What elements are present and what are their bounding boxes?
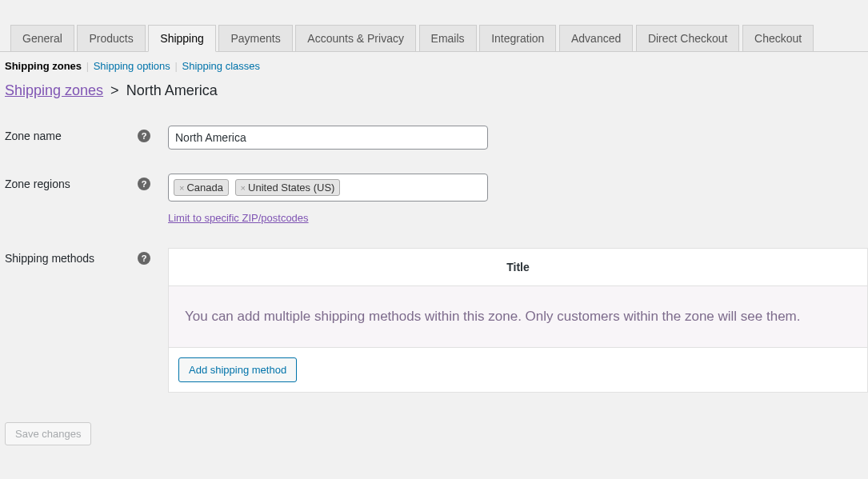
zone-name-label: Zone name — [5, 130, 62, 142]
region-tag-us: ×United States (US) — [235, 179, 341, 196]
region-tag-canada: ×Canada — [174, 179, 229, 196]
help-icon[interactable]: ? — [138, 178, 150, 190]
breadcrumb-current: North America — [126, 82, 218, 98]
tab-general[interactable]: General — [10, 25, 74, 51]
tab-accounts-privacy[interactable]: Accounts & Privacy — [295, 25, 416, 51]
tab-integration[interactable]: Integration — [479, 25, 556, 51]
subtab-shipping-options[interactable]: Shipping options — [94, 60, 170, 72]
zone-regions-select[interactable]: ×Canada ×United States (US) — [168, 174, 488, 202]
breadcrumb-root-link[interactable]: Shipping zones — [5, 82, 103, 98]
remove-region-icon[interactable]: × — [179, 183, 184, 193]
save-changes-button[interactable]: Save changes — [5, 422, 91, 445]
subtab-shipping-zones[interactable]: Shipping zones — [5, 60, 82, 72]
zone-regions-label: Zone regions — [5, 178, 70, 190]
tab-payments[interactable]: Payments — [218, 25, 292, 51]
help-icon[interactable]: ? — [138, 130, 150, 142]
help-icon[interactable]: ? — [138, 252, 150, 265]
tab-products[interactable]: Products — [77, 25, 145, 51]
tab-checkout[interactable]: Checkout — [742, 25, 814, 51]
settings-tabs: General Products Shipping Payments Accou… — [0, 0, 868, 52]
shipping-methods-label: Shipping methods — [5, 252, 94, 265]
tab-advanced[interactable]: Advanced — [559, 25, 633, 51]
subtab-shipping-classes[interactable]: Shipping classes — [182, 60, 260, 72]
remove-region-icon[interactable]: × — [241, 183, 246, 193]
tab-direct-checkout[interactable]: Direct Checkout — [636, 25, 740, 51]
tab-emails[interactable]: Emails — [419, 25, 477, 51]
limit-postcodes-link[interactable]: Limit to specific ZIP/postcodes — [168, 212, 860, 224]
shipping-methods-table: Title You can add multiple shipping meth… — [168, 248, 868, 393]
methods-placeholder-text: You can add multiple shipping methods wi… — [169, 286, 868, 348]
sub-navigation: Shipping zones | Shipping options | Ship… — [0, 52, 868, 72]
zone-name-input[interactable] — [168, 126, 488, 150]
breadcrumb: Shipping zones > North America — [0, 72, 868, 99]
tab-shipping[interactable]: Shipping — [148, 25, 216, 52]
add-shipping-method-button[interactable]: Add shipping method — [178, 357, 297, 382]
zone-settings-form: Zone name ? Zone regions ? ×Canada ×Unit… — [0, 114, 868, 405]
table-header-title: Title — [169, 249, 868, 286]
